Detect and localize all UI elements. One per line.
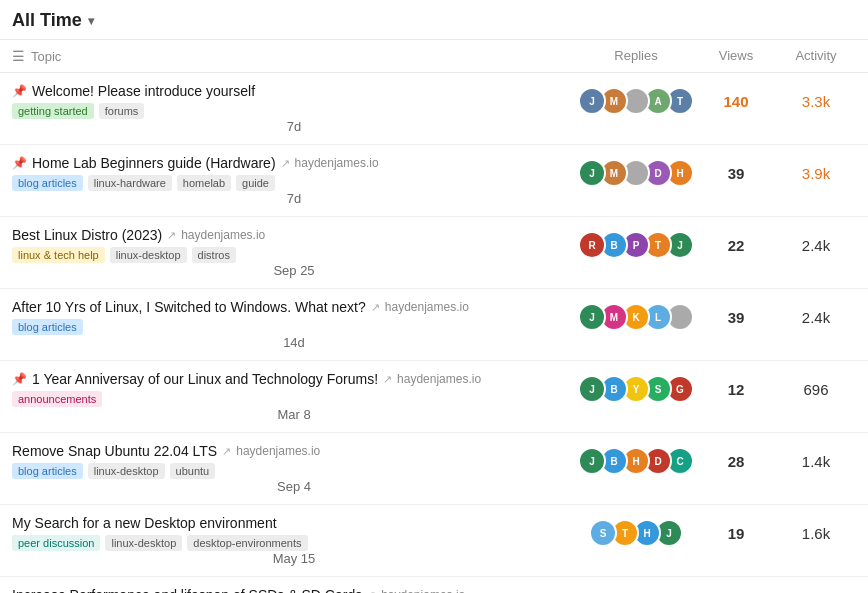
col-header-activity: Activity <box>776 48 856 64</box>
table-row: My Search for a new Desktop environmentp… <box>0 505 868 577</box>
col-views: 1.4k <box>776 453 856 470</box>
topic-title[interactable]: Remove Snap Ubuntu 22.04 LTS <box>12 443 217 459</box>
col-views: 696 <box>776 381 856 398</box>
table-header: ☰ Topic Replies Views Activity <box>0 40 868 73</box>
avatar: J <box>578 303 606 331</box>
source-label: haydenjames.io <box>181 228 265 242</box>
col-replies: 140 <box>696 93 776 110</box>
col-header-replies: Replies <box>576 48 696 64</box>
table-row: Increase Performance and lifespan of SSD… <box>0 577 868 593</box>
col-activity: 7d <box>12 119 576 134</box>
topic-left-col: Increase Performance and lifespan of SSD… <box>12 587 576 593</box>
topic-tag[interactable]: distros <box>192 247 236 263</box>
pin-icon: 📌 <box>12 372 27 386</box>
col-replies: 39 <box>696 165 776 182</box>
external-link-icon: ↗ <box>371 301 380 314</box>
col-activity: 14d <box>12 335 576 350</box>
pin-icon: 📌 <box>12 156 27 170</box>
col-views: 2.4k <box>776 309 856 326</box>
topic-tag[interactable]: getting started <box>12 103 94 119</box>
col-activity: Mar 8 <box>12 407 576 422</box>
topic-left-col: Best Linux Distro (2023)↗haydenjames.iol… <box>12 227 576 263</box>
topic-title[interactable]: Welcome! Please introduce yourself <box>32 83 255 99</box>
replies-count: 140 <box>723 93 748 110</box>
replies-count: 39 <box>728 165 745 182</box>
col-activity: May 15 <box>12 551 576 566</box>
col-views: 3.3k <box>776 93 856 110</box>
topics-list: 📌Welcome! Please introduce yourselfgetti… <box>0 73 868 593</box>
views-count: 2.4k <box>802 237 830 254</box>
dropdown-arrow-icon: ▾ <box>88 14 94 28</box>
topic-title[interactable]: Home Lab Beginners guide (Hardware) <box>32 155 276 171</box>
topic-tag[interactable]: linux-desktop <box>110 247 187 263</box>
avatar-group: RBPTJ <box>576 231 696 259</box>
topic-tag[interactable]: blog articles <box>12 319 83 335</box>
external-link-icon: ↗ <box>367 589 376 594</box>
table-row: Remove Snap Ubuntu 22.04 LTS↗haydenjames… <box>0 433 868 505</box>
col-replies: 22 <box>696 237 776 254</box>
sort-icon: ☰ <box>12 48 25 64</box>
topic-tag[interactable]: blog articles <box>12 463 83 479</box>
col-replies: 19 <box>696 525 776 542</box>
topic-tag[interactable]: linux-desktop <box>105 535 182 551</box>
topic-tag[interactable]: desktop-environments <box>187 535 307 551</box>
topic-tag[interactable]: linux & tech help <box>12 247 105 263</box>
topic-left-col: My Search for a new Desktop environmentp… <box>12 515 576 551</box>
replies-count: 12 <box>728 381 745 398</box>
col-views: 1.6k <box>776 525 856 542</box>
topic-tag[interactable]: guide <box>236 175 275 191</box>
views-count: 3.3k <box>802 93 830 110</box>
table-row: 📌Home Lab Beginners guide (Hardware)↗hay… <box>0 145 868 217</box>
views-count: 3.9k <box>802 165 830 182</box>
topic-left-col: After 10 Yrs of Linux, I Switched to Win… <box>12 299 576 335</box>
col-header-views: Views <box>696 48 776 64</box>
table-row: 📌1 Year Anniversay of our Linux and Tech… <box>0 361 868 433</box>
header: All Time ▾ ☰ Topic Replies Views Activit… <box>0 0 868 73</box>
header-title-text: All Time <box>12 10 82 31</box>
avatar-group: JMDH <box>576 159 696 187</box>
table-row: 📌Welcome! Please introduce yourselfgetti… <box>0 73 868 145</box>
avatar-group: JBYSG <box>576 375 696 403</box>
avatar: J <box>578 87 606 115</box>
views-count: 2.4k <box>802 309 830 326</box>
col-views: 3.9k <box>776 165 856 182</box>
external-link-icon: ↗ <box>222 445 231 458</box>
topic-title[interactable]: Increase Performance and lifespan of SSD… <box>12 587 362 593</box>
topic-tag[interactable]: peer discussion <box>12 535 100 551</box>
topic-tag[interactable]: linux-hardware <box>88 175 172 191</box>
replies-count: 28 <box>728 453 745 470</box>
topic-tag[interactable]: homelab <box>177 175 231 191</box>
replies-count: 19 <box>728 525 745 542</box>
topic-tag[interactable]: blog articles <box>12 175 83 191</box>
topic-tag[interactable]: ubuntu <box>170 463 216 479</box>
topic-tag[interactable]: linux-desktop <box>88 463 165 479</box>
avatar-group: JBHDC <box>576 447 696 475</box>
external-link-icon: ↗ <box>281 157 290 170</box>
topic-tag[interactable]: forums <box>99 103 145 119</box>
topic-title[interactable]: My Search for a new Desktop environment <box>12 515 277 531</box>
avatar: R <box>578 231 606 259</box>
table-row: After 10 Yrs of Linux, I Switched to Win… <box>0 289 868 361</box>
col-activity: Sep 4 <box>12 479 576 494</box>
avatar-group: JMKL <box>576 303 696 331</box>
col-activity: Sep 25 <box>12 263 576 278</box>
topic-title[interactable]: 1 Year Anniversay of our Linux and Techn… <box>32 371 378 387</box>
col-replies: 12 <box>696 381 776 398</box>
table-row: Best Linux Distro (2023)↗haydenjames.iol… <box>0 217 868 289</box>
source-label: haydenjames.io <box>236 444 320 458</box>
replies-count: 39 <box>728 309 745 326</box>
source-label: haydenjames.io <box>385 300 469 314</box>
col-header-topic: ☰ Topic <box>12 48 576 64</box>
avatar: J <box>578 159 606 187</box>
views-count: 696 <box>803 381 828 398</box>
topic-tag[interactable]: announcements <box>12 391 102 407</box>
pin-icon: 📌 <box>12 84 27 98</box>
col-replies: 28 <box>696 453 776 470</box>
topic-title[interactable]: After 10 Yrs of Linux, I Switched to Win… <box>12 299 366 315</box>
topic-left-col: Remove Snap Ubuntu 22.04 LTS↗haydenjames… <box>12 443 576 479</box>
avatar-group: STHJ <box>576 519 696 547</box>
avatar: S <box>589 519 617 547</box>
time-filter-dropdown[interactable]: All Time ▾ <box>12 10 94 31</box>
source-label: haydenjames.io <box>295 156 379 170</box>
topic-title[interactable]: Best Linux Distro (2023) <box>12 227 162 243</box>
